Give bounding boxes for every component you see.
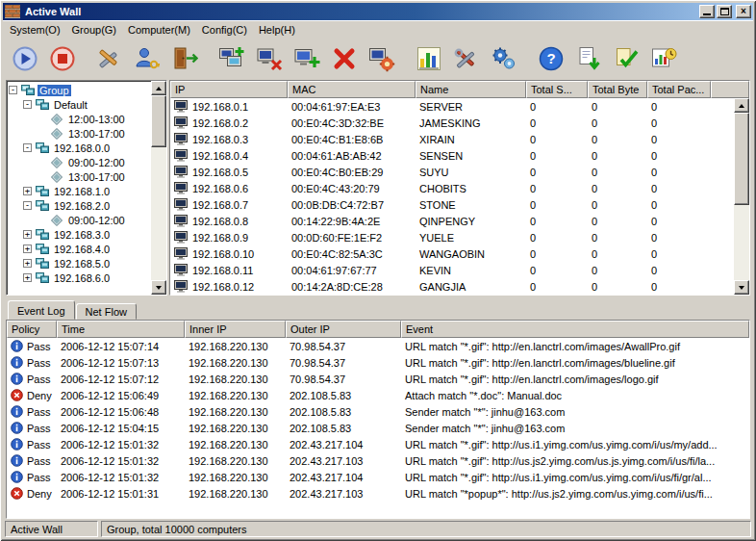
- event-row[interactable]: Pass2006-12-12 15:04:15192.168.220.13020…: [7, 420, 749, 436]
- menu-item-help[interactable]: Help(H): [253, 22, 301, 38]
- computer-row[interactable]: 192.168.0.500:E0:4C:B0:EB:29SUYU000: [170, 164, 734, 180]
- tree-item-12-00-13-00[interactable]: 12:00-13:00: [7, 112, 151, 126]
- title-bar[interactable]: Active Wall ×: [3, 3, 753, 20]
- scrollbar-track[interactable]: [151, 95, 166, 280]
- scrollbar-thumb[interactable]: [734, 113, 749, 205]
- apply-button[interactable]: [608, 41, 643, 77]
- export-button[interactable]: [570, 41, 606, 77]
- column-header-time[interactable]: Time: [57, 321, 185, 338]
- close-button[interactable]: ×: [736, 5, 751, 18]
- tree-item-192-168-1-0[interactable]: +192.168.1.0: [7, 184, 151, 198]
- statistics-button[interactable]: [411, 41, 446, 77]
- computer-row[interactable]: 192.168.0.200:E0:4C:3D:32:BEJAMESKING000: [170, 115, 734, 131]
- tree-item-192-168-2-0[interactable]: -192.168.2.0: [7, 198, 151, 213]
- tree-item-192-168-3-0[interactable]: +192.168.3.0: [7, 227, 151, 242]
- scrollbar-track[interactable]: [734, 113, 749, 280]
- tools-button[interactable]: [448, 41, 484, 77]
- event-row[interactable]: Deny2006-12-12 15:01:31192.168.220.13020…: [7, 485, 749, 502]
- tree-item-09-00-12-00[interactable]: 09:00-12:00: [7, 155, 151, 169]
- scrollbar-thumb[interactable]: [151, 95, 166, 147]
- collapse-icon[interactable]: -: [23, 143, 32, 152]
- column-header-total-s[interactable]: Total S...: [526, 81, 588, 98]
- tree-item-192-168-6-0[interactable]: +192.168.6.0: [7, 270, 151, 285]
- status-bar: Active Wall Group, total 10000 computers: [3, 519, 753, 538]
- help-button[interactable]: ?: [533, 41, 568, 77]
- tree-item-192-168-4-0[interactable]: +192.168.4.0: [7, 242, 151, 256]
- expand-icon[interactable]: +: [23, 259, 32, 268]
- computer-row[interactable]: 192.168.0.100:04:61:97:EA:E3SERVER000: [170, 98, 734, 115]
- tree-item-13-00-17-00[interactable]: 13:00-17:00: [7, 126, 151, 141]
- remove-button[interactable]: [326, 41, 362, 77]
- column-header-inner-ip[interactable]: Inner IP: [185, 321, 286, 338]
- tree-item-default[interactable]: -Default: [7, 97, 151, 112]
- add-computer-button[interactable]: [214, 41, 249, 77]
- computer-name: SUYU: [416, 167, 526, 178]
- menu-item-system[interactable]: System(O): [4, 22, 66, 38]
- collapse-icon[interactable]: -: [9, 86, 17, 94]
- column-header-outer-ip[interactable]: Outer IP: [286, 321, 401, 338]
- computer-row[interactable]: 192.168.0.1100:04:61:97:67:77KEVIN000: [170, 262, 734, 278]
- menu-item-group[interactable]: Group(G): [66, 22, 122, 38]
- report-button[interactable]: [645, 41, 681, 77]
- scroll-down-button[interactable]: [151, 280, 166, 295]
- expand-icon[interactable]: +: [23, 187, 32, 195]
- tree-item-09-00-12-00[interactable]: 09:00-12:00: [7, 213, 151, 227]
- stop-button[interactable]: [44, 41, 80, 77]
- event-row[interactable]: Pass2006-12-12 15:06:48192.168.220.13020…: [7, 403, 749, 420]
- computer-row[interactable]: 192.168.0.700:0B:DB:C4:72:B7STONE000: [170, 196, 734, 213]
- event-row[interactable]: Pass2006-12-12 15:07:14192.168.220.13070…: [7, 338, 749, 354]
- column-header-total-byte[interactable]: Total Byte: [588, 81, 647, 98]
- event-row[interactable]: Pass2006-12-12 15:01:32192.168.220.13020…: [7, 452, 749, 469]
- column-header-total-pac[interactable]: Total Pac...: [647, 81, 711, 98]
- tab-net-flow[interactable]: Net Flow: [76, 303, 137, 320]
- expand-icon[interactable]: +: [23, 230, 32, 239]
- computer-row[interactable]: 192.168.0.400:04:61:AB:AB:42SENSEN000: [170, 147, 734, 164]
- scroll-up-button[interactable]: [151, 81, 166, 95]
- delete-computer-button[interactable]: [251, 41, 287, 77]
- computer-row[interactable]: 192.168.0.1000:E0:4C:82:5A:3CWANGAOBIN00…: [170, 245, 734, 262]
- expand-icon[interactable]: +: [23, 273, 32, 282]
- scroll-up-button[interactable]: [734, 98, 749, 113]
- minimize-button[interactable]: [699, 5, 715, 18]
- setup-button[interactable]: [91, 41, 127, 77]
- computer-total-bytes: 0: [588, 281, 647, 293]
- column-header-policy[interactable]: Policy: [7, 321, 57, 338]
- computer-icon: [174, 280, 189, 293]
- menu-item-config[interactable]: Config(C): [196, 22, 253, 38]
- column-header-event[interactable]: Event: [401, 321, 749, 338]
- collapse-icon[interactable]: -: [23, 100, 32, 109]
- expand-icon[interactable]: +: [23, 245, 32, 253]
- tree-item-192-168-5-0[interactable]: +192.168.5.0: [7, 256, 151, 270]
- computer-scrollbar[interactable]: [734, 98, 749, 295]
- column-header-name[interactable]: Name: [416, 81, 526, 98]
- account-button[interactable]: [129, 41, 164, 77]
- event-row[interactable]: Deny2006-12-12 15:06:49192.168.220.13020…: [7, 387, 749, 403]
- computer-row[interactable]: 192.168.0.900:0D:60:FE:1E:F2YUELE000: [170, 229, 734, 245]
- tree-item-13-00-17-00[interactable]: 13:00-17:00: [7, 169, 151, 184]
- computer-row[interactable]: 192.168.0.600:E0:4C:43:20:79CHOBITS000: [170, 180, 734, 196]
- exit-button[interactable]: [166, 41, 202, 77]
- scroll-down-button[interactable]: [734, 280, 749, 295]
- collapse-icon[interactable]: -: [23, 201, 32, 210]
- tree-item-192-168-0-0[interactable]: -192.168.0.0: [7, 141, 151, 155]
- event-row[interactable]: Pass2006-12-12 15:07:12192.168.220.13070…: [7, 371, 749, 387]
- column-header-ip[interactable]: IP: [170, 81, 288, 98]
- tree-item-group[interactable]: -Group: [7, 83, 151, 97]
- tree-scrollbar[interactable]: [151, 81, 166, 295]
- computer-row[interactable]: 192.168.0.800:14:22:9B:4A:2EQINPENGY000: [170, 213, 734, 229]
- computer-icon: [174, 133, 189, 145]
- menu-item-computer[interactable]: Computer(M): [122, 22, 196, 38]
- event-row[interactable]: Pass2006-12-12 15:01:32192.168.220.13020…: [7, 436, 749, 452]
- computer-config-button[interactable]: [364, 41, 399, 77]
- edit-computer-button[interactable]: [289, 41, 324, 77]
- event-row[interactable]: Pass2006-12-12 15:07:13192.168.220.13070…: [7, 354, 749, 371]
- event-row[interactable]: Pass2006-12-12 15:01:32192.168.220.13020…: [7, 469, 749, 485]
- column-header-mac[interactable]: MAC: [288, 81, 416, 98]
- computer-row[interactable]: 192.168.0.1200:14:2A:8D:CE:28GANGJIA000: [170, 278, 734, 295]
- tab-event-log[interactable]: Event Log: [8, 300, 75, 320]
- computer-row[interactable]: 192.168.0.300:E0:4C:B1:E8:6BXIRAIN000: [170, 131, 734, 147]
- event-outer-ip: 202.43.217.103: [286, 488, 401, 500]
- maximize-button[interactable]: [717, 5, 732, 18]
- options-button[interactable]: [486, 41, 521, 77]
- start-button[interactable]: [7, 41, 42, 77]
